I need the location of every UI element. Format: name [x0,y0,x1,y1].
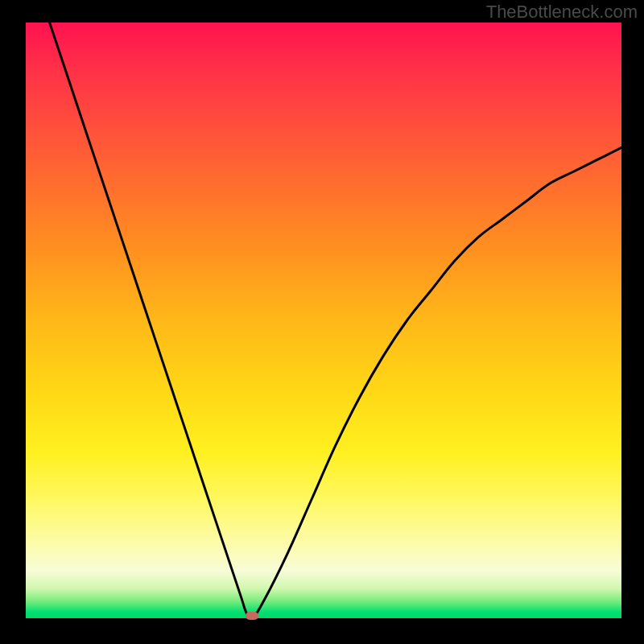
watermark-text: TheBottleneck.com [486,2,638,23]
optimal-point-marker [246,612,258,620]
bottleneck-curve-path [50,23,621,618]
curve-svg [26,23,621,618]
plot-area [26,23,621,618]
